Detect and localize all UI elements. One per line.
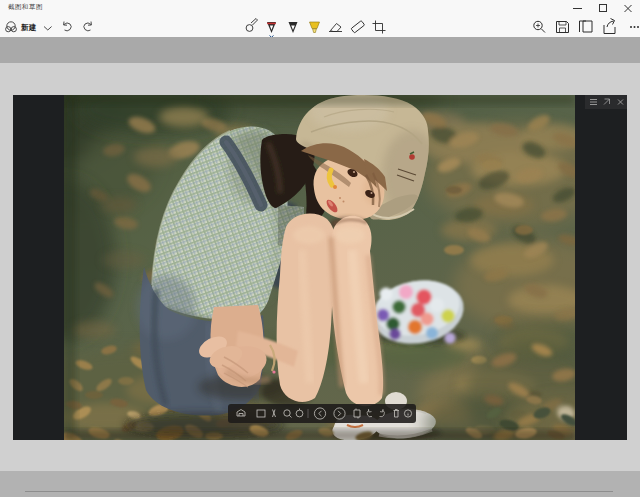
svg-text:新建: 新建 [20,23,37,32]
